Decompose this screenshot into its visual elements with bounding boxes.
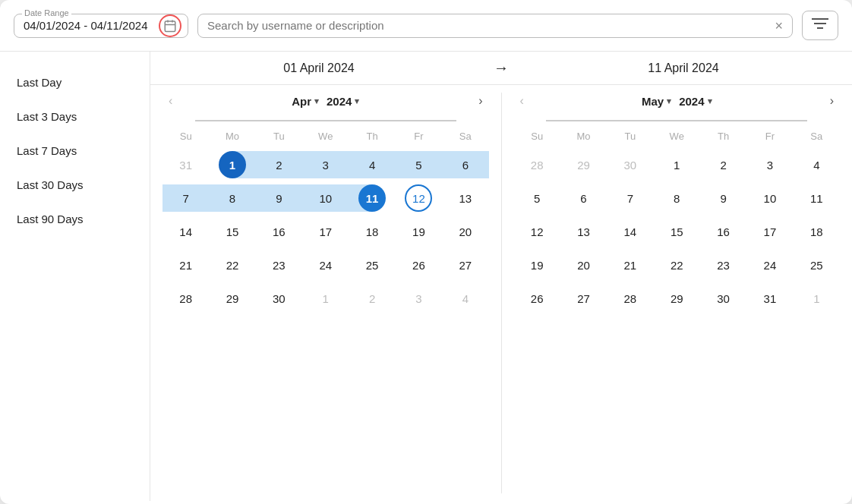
day-number[interactable]: 21	[617, 251, 644, 279]
day-number[interactable]: 6	[570, 184, 598, 212]
day-number[interactable]: 3	[405, 285, 432, 312]
day-number[interactable]: 30	[710, 285, 737, 312]
day-number[interactable]: 1	[663, 151, 690, 178]
day-number[interactable]: 14	[172, 218, 200, 245]
filter-button[interactable]	[802, 11, 838, 40]
day-cell[interactable]: 13	[442, 181, 488, 215]
sidebar-item-3[interactable]: Last 30 Days	[0, 168, 150, 202]
day-number[interactable]: 8	[219, 184, 246, 212]
day-number[interactable]: 20	[570, 251, 598, 279]
day-cell[interactable]: 16	[256, 215, 302, 248]
day-number[interactable]: 30	[265, 285, 292, 312]
day-number[interactable]: 26	[523, 285, 551, 312]
day-number[interactable]: 23	[710, 251, 737, 279]
day-cell[interactable]: 24	[746, 248, 793, 282]
day-number[interactable]: 4	[452, 285, 479, 312]
day-cell[interactable]: 4	[349, 148, 395, 181]
day-number[interactable]: 17	[312, 218, 339, 245]
day-cell[interactable]: 1	[302, 282, 349, 315]
day-cell[interactable]: 28	[607, 282, 653, 315]
day-cell[interactable]: 6	[560, 181, 607, 215]
clear-button[interactable]: ×	[775, 19, 783, 33]
left-cal-month-label[interactable]: Apr ▾	[292, 95, 319, 108]
day-number[interactable]: 2	[358, 285, 386, 312]
day-cell[interactable]: 18	[794, 215, 840, 248]
day-cell[interactable]: 30	[700, 282, 746, 315]
day-number[interactable]: 20	[452, 218, 479, 245]
day-number[interactable]: 11	[803, 184, 830, 212]
day-cell[interactable]: 22	[654, 248, 700, 282]
day-number[interactable]: 18	[358, 218, 386, 245]
day-cell[interactable]: 10	[746, 181, 793, 215]
day-number[interactable]: 31	[756, 285, 784, 312]
day-cell[interactable]: 1	[209, 148, 255, 181]
day-number[interactable]: 2	[265, 151, 292, 178]
day-cell[interactable]: 23	[256, 248, 302, 282]
day-number[interactable]: 10	[312, 184, 339, 212]
day-number[interactable]: 4	[803, 151, 830, 178]
left-cal-next-btn[interactable]: ›	[472, 93, 488, 109]
day-cell[interactable]: 18	[349, 215, 395, 248]
day-cell[interactable]: 19	[396, 215, 442, 248]
day-cell[interactable]: 24	[302, 248, 349, 282]
day-cell[interactable]: 26	[514, 282, 560, 315]
day-cell[interactable]: 14	[163, 215, 209, 248]
day-cell[interactable]: 26	[396, 248, 442, 282]
day-cell[interactable]: 20	[560, 248, 607, 282]
day-number[interactable]: 15	[663, 218, 690, 245]
day-number[interactable]: 13	[570, 218, 598, 245]
day-cell[interactable]: 17	[746, 215, 793, 248]
day-cell[interactable]: 5	[514, 181, 560, 215]
day-cell[interactable]: 25	[349, 248, 395, 282]
day-cell[interactable]: 1	[794, 282, 840, 315]
day-number[interactable]: 14	[617, 218, 644, 245]
day-number[interactable]: 27	[570, 285, 598, 312]
day-cell[interactable]: 3	[302, 148, 349, 181]
day-number[interactable]: 9	[710, 184, 737, 212]
day-cell[interactable]: 3	[746, 148, 793, 181]
day-cell[interactable]: 15	[209, 215, 255, 248]
day-number[interactable]: 17	[756, 218, 784, 245]
day-cell[interactable]: 7	[607, 181, 653, 215]
day-number[interactable]: 22	[663, 251, 690, 279]
day-number[interactable]: 29	[663, 285, 690, 312]
day-number[interactable]: 29	[570, 151, 598, 178]
day-cell[interactable]: 9	[700, 181, 746, 215]
day-cell[interactable]: 20	[442, 215, 488, 248]
day-cell[interactable]: 12	[514, 215, 560, 248]
day-number[interactable]: 6	[452, 151, 479, 178]
right-cal-year-label[interactable]: 2024 ▾	[679, 95, 712, 108]
day-cell[interactable]: 6	[442, 148, 488, 181]
day-number[interactable]: 5	[405, 151, 432, 178]
day-number[interactable]: 18	[803, 218, 830, 245]
day-cell[interactable]: 27	[442, 248, 488, 282]
day-number[interactable]: 2	[710, 151, 737, 178]
day-cell[interactable]: 2	[349, 282, 395, 315]
day-number[interactable]: 16	[265, 218, 292, 245]
day-number[interactable]: 24	[756, 251, 784, 279]
day-cell[interactable]: 28	[514, 148, 560, 181]
left-cal-prev-btn[interactable]: ‹	[163, 93, 178, 109]
day-number[interactable]: 25	[358, 251, 386, 279]
day-number[interactable]: 16	[710, 218, 737, 245]
day-cell[interactable]: 8	[209, 181, 255, 215]
right-cal-prev-btn[interactable]: ‹	[514, 93, 530, 109]
day-number[interactable]: 7	[617, 184, 644, 212]
day-number[interactable]: 15	[219, 218, 246, 245]
day-cell[interactable]: 25	[794, 248, 840, 282]
day-cell[interactable]: 8	[654, 181, 700, 215]
day-cell[interactable]: 3	[396, 282, 442, 315]
day-number[interactable]: 10	[756, 184, 784, 212]
day-cell[interactable]: 10	[302, 181, 349, 215]
sidebar-item-4[interactable]: Last 90 Days	[0, 202, 150, 236]
day-cell[interactable]: 22	[209, 248, 255, 282]
day-number[interactable]: 24	[312, 251, 339, 279]
day-cell[interactable]: 23	[700, 248, 746, 282]
day-number[interactable]: 1	[219, 151, 246, 178]
day-cell[interactable]: 30	[256, 282, 302, 315]
right-cal-next-btn[interactable]: ›	[824, 93, 840, 109]
day-cell[interactable]: 29	[560, 148, 607, 181]
day-number[interactable]: 8	[663, 184, 690, 212]
day-cell[interactable]: 11	[794, 181, 840, 215]
day-number[interactable]: 25	[803, 251, 830, 279]
